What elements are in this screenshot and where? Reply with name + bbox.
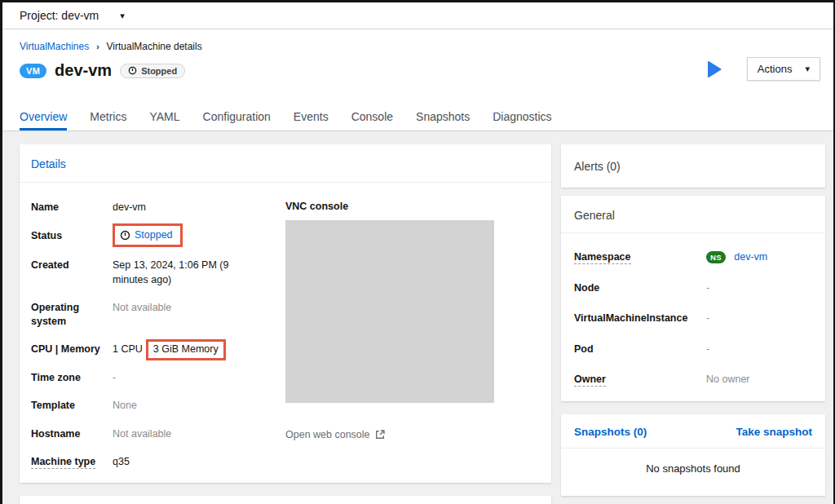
sidebar-column: Alerts (0) General Namespace NS dev-vm N… [561,144,825,496]
pod-label: Pod [574,343,706,357]
breadcrumb: VirtualMachines › VirtualMachine details [20,41,820,52]
status-value-cell: Stopped [113,229,256,245]
header-actions: Actions ▾ [706,57,820,81]
machine-type-label[interactable]: Machine type [31,455,113,470]
status-label: Status [31,229,113,245]
open-web-console-link[interactable]: Open web console [285,429,385,440]
vm-details-page: { "colors": { "accent": "#0066cc", "anno… [0,0,835,504]
memory-value: 3 GiB Memory [153,343,219,355]
node-value: - [706,281,812,296]
breadcrumb-virtualmachines-link[interactable]: VirtualMachines [20,41,89,52]
details-card-header: Details [20,144,551,182]
details-title-link[interactable]: Details [31,157,66,170]
project-selector[interactable]: Project: dev-vm ▾ [20,9,125,22]
vmi-label: VirtualMachineInstance [574,312,706,326]
caret-down-icon: ▾ [120,11,125,20]
owner-label[interactable]: Owner [574,373,706,387]
cpu-memory-label: CPU | Memory [31,343,113,357]
title-row: VM dev-vm Stopped [20,61,820,80]
general-description-list: Namespace NS dev-vm Node - VirtualMachin… [561,233,825,387]
actions-menu-label: Actions [758,63,793,75]
vnc-console-title: VNC console [285,201,538,212]
annotation-box-status: Stopped [113,223,183,248]
template-label: Template [31,399,113,413]
tab-diagnostics[interactable]: Diagnostics [493,102,551,130]
created-value: Sep 13, 2024, 1:06 PM (9 minutes ago) [113,259,256,287]
page-title: dev-vm [55,61,112,80]
namespace-value-link[interactable]: dev-vm [734,251,767,263]
created-label: Created [31,259,113,287]
snapshots-title-link[interactable]: Snapshots (0) [574,426,647,438]
vnc-console-section: VNC console Open web console [285,201,538,470]
project-selector-label: Project: dev-vm [20,9,99,22]
start-vm-button[interactable] [706,60,722,78]
namespace-value-cell: NS dev-vm [706,250,812,265]
off-icon [120,230,130,241]
template-value: None [113,399,256,413]
vnc-console-placeholder [285,220,494,403]
snapshots-card: Snapshots (0) Take snapshot No snapshots… [561,414,825,496]
namespace-label[interactable]: Namespace [574,250,706,265]
next-card-partial [20,496,551,504]
tab-console[interactable]: Console [351,102,393,130]
content-area: Details Name dev-vm Status Stopped [2,131,833,504]
tab-configuration[interactable]: Configuration [203,102,271,130]
operating-system-value: Not available [113,301,256,329]
tab-events[interactable]: Events [294,102,329,130]
tab-snapshots[interactable]: Snapshots [416,102,470,130]
machine-type-value: q35 [113,455,256,470]
off-icon [128,66,137,75]
actions-menu-button[interactable]: Actions ▾ [747,57,820,81]
main-column: Details Name dev-vm Status Stopped [20,144,551,504]
tab-overview[interactable]: Overview [20,102,67,130]
general-card-title: General [561,196,825,232]
take-snapshot-button[interactable]: Take snapshot [736,426,812,438]
tab-bar: Overview Metrics YAML Configuration Even… [2,102,833,131]
timezone-value: - [113,371,256,386]
cpu-value: 1 CPU [113,343,143,355]
status-value-link[interactable]: Stopped [135,228,173,243]
chevron-right-icon: › [96,42,99,51]
vmi-value: - [706,312,812,326]
details-card: Details Name dev-vm Status Stopped [20,144,551,483]
tab-yaml[interactable]: YAML [149,102,179,130]
hostname-value: Not available [113,427,256,442]
snapshots-empty-state: No snapshots found [561,449,825,475]
masthead: Project: dev-vm ▾ [2,2,833,29]
general-card: General Namespace NS dev-vm Node - Virtu… [561,196,825,401]
timezone-label: Time zone [31,371,113,386]
cpu-memory-value-cell: 1 CPU3 GiB Memory [113,343,256,357]
alerts-card[interactable]: Alerts (0) [561,144,825,188]
owner-value: No owner [706,373,812,387]
tab-metrics[interactable]: Metrics [90,102,126,130]
page-header: VirtualMachines › VirtualMachine details… [2,29,833,102]
breadcrumb-current: VirtualMachine details [107,41,202,52]
status-badge-label: Stopped [141,66,177,76]
operating-system-label: Operating system [31,301,113,329]
open-web-console-label: Open web console [285,429,370,440]
snapshots-card-header: Snapshots (0) Take snapshot [561,414,825,448]
external-link-icon [375,430,385,440]
details-description-list: Name dev-vm Status Stopped Created Sep 1… [31,201,285,470]
caret-down-icon: ▾ [805,64,810,73]
name-label: Name [31,201,113,215]
hostname-label: Hostname [31,427,113,442]
status-badge: Stopped [120,64,185,78]
alerts-title: Alerts (0) [574,160,621,173]
node-label: Node [574,281,706,296]
annotation-box-memory: 3 GiB Memory [146,339,226,360]
details-body: Name dev-vm Status Stopped Created Sep 1… [20,183,551,470]
name-value: dev-vm [113,201,256,215]
namespace-kind-badge: NS [706,251,726,263]
pod-value: - [706,343,812,357]
play-icon [706,60,722,78]
vm-kind-badge: VM [20,64,46,78]
